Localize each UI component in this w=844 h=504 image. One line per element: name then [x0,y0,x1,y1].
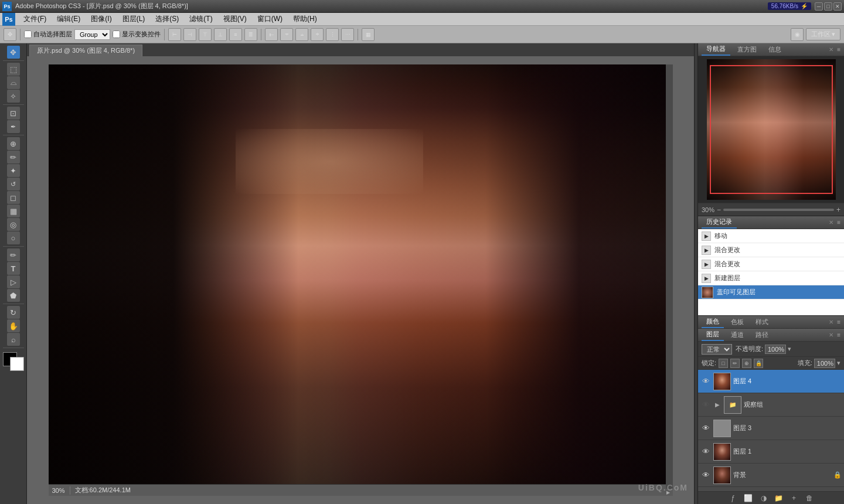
layers-close[interactable]: ✕ [829,332,833,338]
eraser-tool[interactable]: ◻ [7,191,20,204]
align-left-button[interactable]: ⊢ [168,28,181,41]
brush-tool[interactable]: ✏ [7,151,20,164]
group-select[interactable]: Group [74,29,110,40]
layer-style-button[interactable]: ƒ [728,493,738,503]
marquee-tool[interactable]: ⬚ [7,63,20,76]
crop-tool[interactable]: ⊡ [7,107,20,120]
new-layer-button[interactable]: + [789,493,799,503]
menu-select[interactable]: 选择(S) [151,13,183,25]
menu-help[interactable]: 帮助(H) [288,13,322,25]
history-item-2[interactable]: ▶ 混合更改 [698,257,844,271]
group-visibility[interactable]: 👁 [700,400,711,410]
auto-select-input[interactable] [24,30,32,38]
new-group-button[interactable]: 📁 [774,493,784,503]
history-item-4[interactable]: 盖印可见图层 [698,285,844,299]
canvas-tab[interactable]: 原片.psd @ 30% (图层 4, RGB/8*) [29,45,142,56]
tab-info[interactable]: 信息 [764,44,786,55]
delete-layer-button[interactable]: 🗑 [804,493,815,503]
quick-mask-button[interactable]: ◉ [791,28,804,41]
fill-input[interactable] [814,359,835,368]
layer-item-background[interactable]: 👁 背景 🔒 [698,464,844,487]
hand-tool[interactable]: ✋ [7,319,20,332]
canvas-area[interactable]: 原片.psd @ 30% (图层 4, RGB/8*) ◀ ▶ [27,43,694,504]
text-tool[interactable]: T [7,262,20,275]
show-transform-checkbox[interactable]: 显示变换控件 [113,30,161,39]
layer-mask-button[interactable]: ⬜ [743,493,754,503]
pen-tool[interactable]: ✏ [7,248,20,261]
lock-image-button[interactable]: ✏ [730,359,740,368]
workspace-button[interactable]: 工作区 ▾ [806,28,840,40]
titlebar-controls[interactable]: ─ □ ✕ [815,2,842,11]
zoom-slider[interactable] [723,209,834,211]
gradient-tool[interactable]: ▦ [7,205,20,217]
zoom-in-button[interactable]: + [836,206,840,214]
layer-item-layer4[interactable]: 👁 图层 4 [698,370,844,393]
bg-visibility[interactable]: 👁 [700,470,711,481]
zoom-tool[interactable]: ⌕ [7,333,20,346]
navigator-menu[interactable]: ≡ [837,46,840,53]
menu-edit[interactable]: 编辑(E) [52,13,85,25]
tab-swatches[interactable]: 色板 [726,316,748,328]
tab-navigator[interactable]: 导航器 [702,43,730,56]
tab-history[interactable]: 历史记录 [702,216,737,229]
group-expand-icon[interactable]: ▶ [713,401,722,409]
distribute-center-button[interactable]: ⫧ [280,28,293,41]
vertical-scrollbar[interactable] [666,64,673,489]
close-button[interactable]: ✕ [833,2,842,11]
lock-all-button[interactable]: 🔒 [754,359,763,368]
adjustment-layer-button[interactable]: ◑ [758,493,769,503]
distribute-bottom-button[interactable]: ⋯ [341,28,354,41]
auto-select-checkbox[interactable]: 自动选择图层 [24,30,72,39]
menu-layer[interactable]: 图层(L) [118,13,150,25]
clone-stamp-tool[interactable]: ✦ [7,164,20,177]
history-brush-tool[interactable]: ↺ [7,178,20,190]
history-menu[interactable]: ≡ [837,219,840,226]
tab-channels[interactable]: 通道 [726,329,748,340]
color-swatch[interactable] [3,352,24,371]
layer-item-layer3[interactable]: 👁 图层 3 [698,417,844,440]
tab-histogram[interactable]: 直方图 [733,44,761,55]
layer3-visibility[interactable]: 👁 [700,423,711,434]
zoom-out-button[interactable]: − [717,206,721,214]
menu-window[interactable]: 窗口(W) [253,13,287,25]
tab-paths[interactable]: 路径 [751,329,773,340]
background-color[interactable] [10,357,24,371]
selection-path-tool[interactable]: ▷ [7,275,20,288]
canvas-container[interactable]: ◀ ▶ 30% 文档:60.2M/244.1M [49,64,673,496]
dodge-tool[interactable]: ○ [7,231,20,244]
heal-brush-tool[interactable]: ⊕ [7,137,20,150]
tab-styles[interactable]: 样式 [751,316,773,328]
toolbar-move-tool[interactable]: ✥ [4,28,16,41]
minimize-button[interactable]: ─ [815,2,823,11]
align-right-button[interactable]: ⊤ [199,28,212,41]
layer4-visibility[interactable]: 👁 [700,376,711,387]
opacity-arrow-icon[interactable]: ▾ [788,345,791,353]
move-tool[interactable]: ✥ [7,46,20,59]
align-bottom-button[interactable]: ≣ [244,28,257,41]
history-item-3[interactable]: ▶ 新建图层 [698,271,844,285]
layer-item-group[interactable]: 👁 ▶ 📁 观察组 [698,393,844,417]
tab-color[interactable]: 颜色 [702,316,724,328]
history-item-1[interactable]: ▶ 混合更改 [698,243,844,257]
lasso-tool[interactable]: ⌓ [7,76,20,89]
distribute-top-button[interactable]: ⫩ [311,28,324,41]
maximize-button[interactable]: □ [824,2,832,11]
color-close[interactable]: ✕ [829,319,833,325]
menu-image[interactable]: 图像(I) [86,13,116,25]
menu-file[interactable]: 文件(F) [19,13,51,25]
menu-view[interactable]: 视图(V) [219,13,251,25]
navigator-close[interactable]: ✕ [829,46,833,53]
distribute-right-button[interactable]: ⫨ [295,28,308,41]
layer1-visibility[interactable]: 👁 [700,447,711,457]
menu-filter[interactable]: 滤镜(T) [185,13,217,25]
history-close[interactable]: ✕ [829,219,833,226]
align-center-h-button[interactable]: ⊣ [183,28,196,41]
3d-rotate-tool[interactable]: ↻ [7,306,20,319]
layers-menu[interactable]: ≡ [837,332,840,338]
align-top-button[interactable]: ⊥ [214,28,227,41]
eyedropper-tool[interactable]: ✒ [7,120,20,133]
lock-position-button[interactable]: ⊕ [742,359,751,368]
canvas-size-button[interactable]: ▦ [362,28,375,41]
lock-pixels-button[interactable]: □ [719,359,728,368]
fill-arrow-icon[interactable]: ▾ [837,359,840,367]
